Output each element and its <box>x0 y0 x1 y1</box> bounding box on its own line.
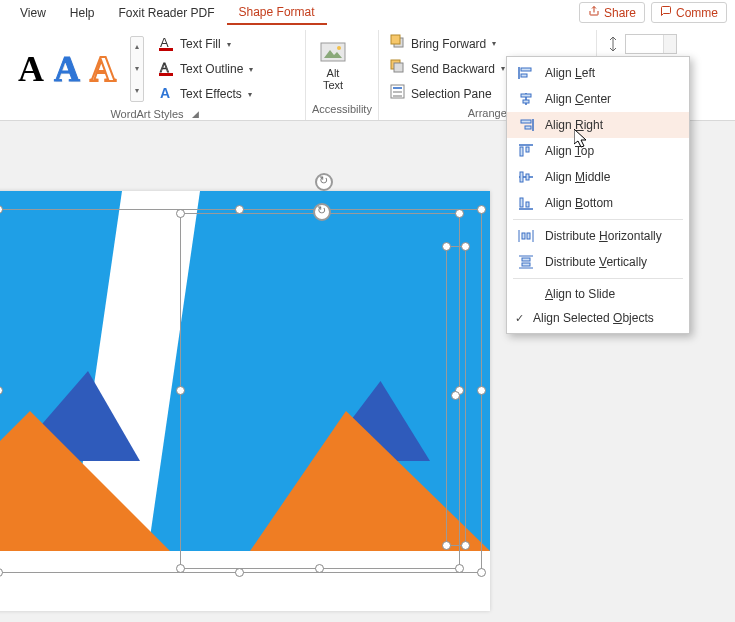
svg-rect-21 <box>521 68 531 71</box>
selection-pane-button[interactable]: Selection Pane <box>385 82 510 105</box>
rotate-handle[interactable] <box>313 203 331 221</box>
bring-forward-button[interactable]: Bring Forward ▾ <box>385 32 510 55</box>
resize-handle[interactable] <box>477 386 486 395</box>
send-backward-button[interactable]: Send Backward ▾ <box>385 57 510 80</box>
align-menu-center[interactable]: Align Center <box>507 86 689 112</box>
comments-button[interactable]: Comme <box>651 2 727 23</box>
align-left-icon <box>517 65 535 81</box>
resize-handle[interactable] <box>442 541 451 550</box>
resize-handle[interactable] <box>461 242 470 251</box>
svg-rect-3 <box>159 73 173 76</box>
svg-rect-1 <box>159 48 173 51</box>
svg-rect-15 <box>393 95 402 97</box>
text-outline-button[interactable]: A Text Outline▾ <box>154 58 258 81</box>
text-fill-icon: A <box>159 35 175 54</box>
align-menu-top[interactable]: Align Top <box>507 138 689 164</box>
selection-box-narrow[interactable] <box>446 246 466 546</box>
align-menu-label: Align Right <box>545 118 603 132</box>
wordart-sample-3[interactable]: A <box>90 51 116 87</box>
svg-rect-41 <box>527 233 530 239</box>
group-label-accessibility: Accessibility <box>312 103 372 115</box>
resize-handle[interactable] <box>455 564 464 573</box>
svg-text:A: A <box>160 85 170 101</box>
tab-shape-format[interactable]: Shape Format <box>227 1 327 25</box>
svg-rect-14 <box>393 91 402 93</box>
align-menu-label: Align Top <box>545 144 594 158</box>
wordart-sample-1[interactable]: A <box>18 51 44 87</box>
align-menu-label: Align Bottom <box>545 196 613 210</box>
svg-rect-33 <box>520 172 523 182</box>
align-menu-selected[interactable]: Align Selected Objects <box>507 306 689 330</box>
align-menu-label: Align Selected Objects <box>533 311 654 325</box>
align-menu-distv[interactable]: Distribute Vertically <box>507 249 689 275</box>
align-menu-right[interactable]: Align Right <box>507 112 689 138</box>
svg-rect-36 <box>520 198 523 207</box>
resize-handle[interactable] <box>0 386 3 395</box>
share-icon <box>588 5 600 20</box>
resize-handle[interactable] <box>442 242 451 251</box>
svg-rect-30 <box>520 147 523 156</box>
align-menu-label: Align to Slide <box>545 287 615 301</box>
align-top-icon <box>517 143 535 159</box>
align-menu-left[interactable]: Align Left <box>507 60 689 86</box>
align-menu-label: Distribute Vertically <box>545 255 647 269</box>
text-outline-icon: A <box>159 60 175 79</box>
alt-text-button[interactable]: Alt Text <box>312 38 354 95</box>
svg-text:A: A <box>160 35 169 50</box>
resize-handle[interactable] <box>176 564 185 573</box>
resize-handle[interactable] <box>477 205 486 214</box>
bring-forward-label: Bring Forward <box>411 37 486 51</box>
svg-rect-25 <box>523 100 529 103</box>
alt-text-label: Alt Text <box>323 67 343 91</box>
align-disth-icon <box>517 228 535 244</box>
align-menu-bottom[interactable]: Align Bottom <box>507 190 689 216</box>
wordart-gallery[interactable]: A A A ▴▾▾ <box>12 32 150 106</box>
resize-handle[interactable] <box>176 209 185 218</box>
align-middle-icon <box>517 169 535 185</box>
align-menu-middle[interactable]: Align Middle <box>507 164 689 190</box>
align-menu-disth[interactable]: Distribute Horizontally <box>507 223 689 249</box>
svg-rect-5 <box>321 43 345 61</box>
share-button[interactable]: Share <box>579 2 645 23</box>
comments-label: Comme <box>676 6 718 20</box>
resize-handle[interactable] <box>315 564 324 573</box>
resize-handle[interactable] <box>451 391 460 400</box>
text-effects-button[interactable]: A Text Effects▾ <box>154 83 258 106</box>
height-input[interactable] <box>625 34 677 54</box>
alt-text-icon <box>320 42 346 64</box>
text-fill-label: Text Fill <box>180 37 221 51</box>
resize-handle[interactable] <box>461 541 470 550</box>
selection-box-inner[interactable] <box>180 213 460 569</box>
align-distv-icon <box>517 254 535 270</box>
svg-rect-9 <box>391 35 400 44</box>
selection-pane-label: Selection Pane <box>411 87 492 101</box>
wordart-gallery-more[interactable]: ▴▾▾ <box>130 36 144 102</box>
share-label: Share <box>604 6 636 20</box>
align-menu-label: Align Middle <box>545 170 610 184</box>
resize-handle[interactable] <box>176 386 185 395</box>
tab-foxit[interactable]: Foxit Reader PDF <box>106 2 226 24</box>
group-label-wordart: WordArt Styles <box>110 108 183 120</box>
text-effects-label: Text Effects <box>180 87 242 101</box>
send-backward-label: Send Backward <box>411 62 495 76</box>
tab-view[interactable]: View <box>8 2 58 24</box>
svg-rect-34 <box>526 174 529 180</box>
align-menu-label: Distribute Horizontally <box>545 229 662 243</box>
tab-help[interactable]: Help <box>58 2 107 24</box>
svg-rect-44 <box>522 258 530 261</box>
resize-handle[interactable] <box>455 209 464 218</box>
align-dropdown: Align LeftAlign CenterAlign RightAlign T… <box>506 56 690 334</box>
resize-handle[interactable] <box>235 568 244 577</box>
align-menu-label: Align Center <box>545 92 611 106</box>
svg-text:A: A <box>160 60 169 75</box>
svg-rect-28 <box>525 126 531 129</box>
align-right-icon <box>517 117 535 133</box>
svg-rect-22 <box>521 74 527 77</box>
resize-handle[interactable] <box>477 568 486 577</box>
align-menu-toslide[interactable]: Align to Slide <box>507 282 689 306</box>
rotate-handle[interactable] <box>315 173 333 191</box>
wordart-dialog-launcher[interactable]: ◢ <box>190 109 201 119</box>
wordart-sample-2[interactable]: A <box>54 51 80 87</box>
text-fill-button[interactable]: A Text Fill▾ <box>154 33 258 56</box>
svg-point-7 <box>337 46 341 50</box>
